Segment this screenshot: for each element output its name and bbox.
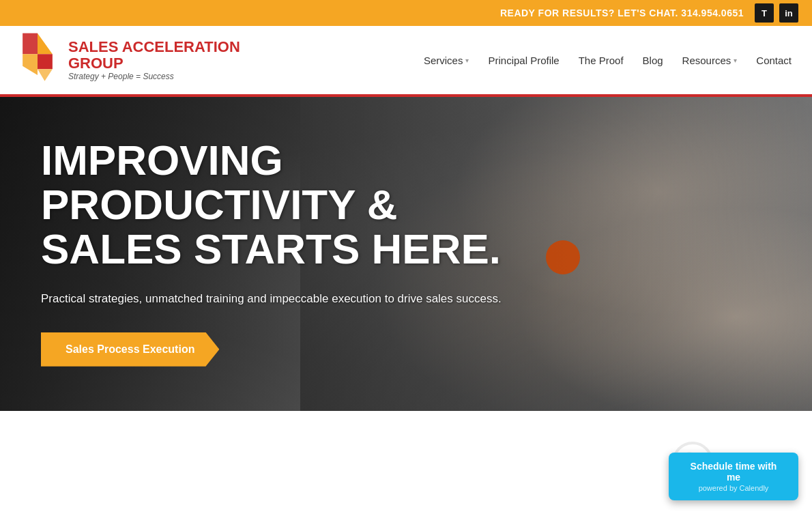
- main-nav: Services ▾ Principal Profile The Proof B…: [424, 55, 792, 66]
- top-bar: READY FOR RESULTS? LET'S CHAT. 314.954.0…: [0, 0, 812, 26]
- social-icons: T in: [755, 3, 798, 23]
- svg-marker-0: [38, 33, 53, 55]
- svg-marker-1: [23, 33, 38, 55]
- logo-sales-text: SALES ACCELERATION: [68, 38, 240, 55]
- logo-tagline: Strategy + People = Success: [68, 72, 240, 81]
- nav-item-the-proof[interactable]: The Proof: [579, 55, 624, 66]
- nav-item-contact[interactable]: Contact: [756, 55, 792, 66]
- nav-item-services[interactable]: Services ▾: [424, 55, 469, 66]
- header: SALES ACCELERATION GROUP Strategy + Peop…: [0, 26, 812, 97]
- svg-marker-2: [38, 54, 53, 69]
- chevron-down-icon-resources: ▾: [734, 57, 737, 64]
- logo-text: SALES ACCELERATION GROUP Strategy + Peop…: [68, 39, 240, 81]
- twitter-icon[interactable]: T: [755, 3, 774, 23]
- chevron-down-icon: ▾: [465, 57, 469, 64]
- hero-headline: IMPROVING PRODUCTIVITY & SALES STARTS HE…: [41, 138, 505, 271]
- nav-item-principal-profile[interactable]: Principal Profile: [488, 55, 559, 66]
- logo-diamond-icon: [14, 33, 61, 87]
- hero-cta-button[interactable]: Sales Process Execution: [41, 332, 219, 367]
- logo-area[interactable]: SALES ACCELERATION GROUP Strategy + Peop…: [14, 33, 240, 87]
- svg-marker-3: [23, 54, 38, 75]
- calendly-schedule-text: Schedule time with me: [682, 461, 785, 483]
- hero-decorative-dot: [546, 240, 580, 274]
- hero-subtitle: Practical strategies, unmatched training…: [41, 290, 505, 308]
- linkedin-icon[interactable]: in: [779, 3, 798, 23]
- logo-group-text: GROUP: [68, 55, 124, 72]
- hero-content: IMPROVING PRODUCTIVITY & SALES STARTS HE…: [41, 138, 505, 367]
- hero-section: IMPROVING PRODUCTIVITY & SALES STARTS HE…: [0, 97, 812, 411]
- nav-item-blog[interactable]: Blog: [643, 55, 663, 66]
- calendly-powered-text: powered by Calendly: [682, 484, 785, 489]
- svg-marker-4: [38, 69, 53, 81]
- top-bar-cta-text: READY FOR RESULTS? LET'S CHAT. 314.954.0…: [500, 8, 744, 18]
- nav-item-resources[interactable]: Resources ▾: [682, 55, 738, 66]
- calendly-widget[interactable]: Schedule time with me powered by Calendl…: [669, 453, 798, 489]
